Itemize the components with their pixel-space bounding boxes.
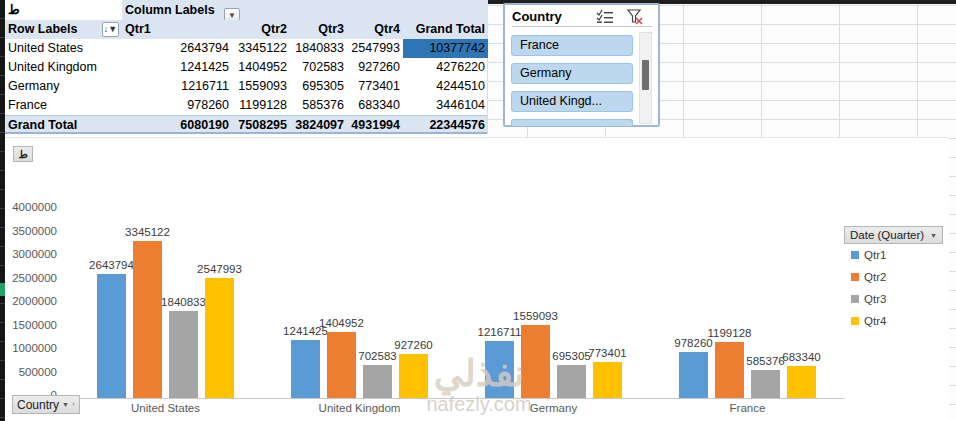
data-label: 2547993 (178, 262, 262, 276)
bar-qtr2-0 (133, 241, 162, 398)
x-category-label: France (651, 402, 845, 414)
value-cell[interactable]: 695305 (290, 77, 347, 96)
y-tick-label: 2000000 (5, 294, 57, 308)
slicer-scrollbar-thumb[interactable] (642, 60, 649, 90)
value-cell[interactable]: 1559093 (232, 77, 290, 96)
quarter-header-row: Qtr1Qtr2Qtr3Qtr4Grand Total (122, 20, 488, 39)
column-labels-dropdown-icon[interactable]: ▼ (224, 8, 240, 20)
value-cell[interactable]: 3345122 (232, 39, 290, 58)
row-label[interactable]: Germany (5, 77, 122, 96)
legend-label: Qtr2 (864, 271, 886, 283)
column-labels-cell[interactable]: Column Labels ▼ (122, 0, 488, 20)
value-cell[interactable]: 1840833 (290, 39, 347, 58)
bar-qtr2-3 (715, 342, 744, 398)
y-tick-label: 2500000 (5, 271, 57, 285)
slicer-header: Country (512, 8, 652, 27)
pivot-corner-cell[interactable]: ط (5, 0, 122, 20)
column-header-qtr1[interactable]: Qtr1 (122, 20, 232, 39)
value-cell[interactable]: 4276220 (403, 58, 488, 77)
y-tick-label: 1000000 (5, 341, 57, 355)
bar-qtr1-3 (679, 352, 708, 398)
x-axis-line (61, 398, 845, 399)
data-label: 683340 (760, 350, 844, 364)
filter-funnel-icon (72, 399, 75, 410)
slicer-item-partial[interactable] (511, 119, 633, 126)
legend-label: Qtr4 (864, 315, 886, 327)
value-cell[interactable]: 683340 (347, 96, 403, 115)
legend-item-qtr2: Qtr2 (851, 271, 886, 283)
table-row: France97826011991285853766833403446104 (5, 96, 487, 115)
value-cell[interactable]: 927260 (347, 58, 403, 77)
row-label[interactable]: France (5, 96, 122, 115)
slicer-scrollbar[interactable] (639, 32, 652, 124)
value-cell[interactable]: 1404952 (232, 58, 290, 77)
value-cell[interactable]: 702583 (290, 58, 347, 77)
table-row: United Kingdom12414251404952702583927260… (5, 58, 487, 77)
x-category-label: United States (69, 402, 263, 414)
data-label: 1404952 (300, 316, 384, 330)
legend-item-qtr4: Qtr4 (851, 315, 886, 327)
column-header-grand-total[interactable]: Grand Total (403, 20, 488, 39)
chevron-down-icon: ▼ (62, 401, 69, 408)
column-header-qtr4[interactable]: Qtr4 (347, 20, 403, 39)
legend-label: Qtr1 (864, 249, 886, 261)
value-field-button[interactable]: ط (13, 146, 33, 162)
data-label: 1559093 (494, 309, 578, 323)
value-cell[interactable]: 2643794 (122, 39, 232, 58)
pivot-table: ط Column Labels ▼ Row Labels ↓▼ Qtr1Qtr2… (5, 0, 488, 134)
value-cell[interactable]: 773401 (347, 77, 403, 96)
value-cell[interactable]: 3446104 (403, 96, 488, 115)
y-tick-label: 3500000 (5, 224, 57, 238)
grand-total-cell[interactable]: 4931994 (347, 116, 403, 132)
data-label: 773401 (566, 346, 650, 360)
grand-total-label[interactable]: Grand Total (5, 116, 122, 132)
value-cell[interactable]: 978260 (122, 96, 232, 115)
slicer-item-france[interactable]: France (511, 35, 633, 56)
legend-swatch-icon (851, 295, 859, 303)
grand-total-cell[interactable]: 3824097 (290, 116, 347, 132)
bar-qtr3-0 (169, 311, 198, 398)
value-cell[interactable]: 1216711 (122, 77, 232, 96)
pivot-table-body: United States264379433451221840833254799… (5, 39, 487, 115)
y-tick-label: 1500000 (5, 318, 57, 332)
value-cell[interactable]: 585376 (290, 96, 347, 115)
legend-swatch-icon (851, 273, 859, 281)
grand-total-cell[interactable]: 22344576 (403, 116, 488, 132)
legend-item-qtr3: Qtr3 (851, 293, 886, 305)
table-row: Germany121671115590936953057734014244510 (5, 77, 487, 96)
multi-select-icon[interactable] (596, 9, 614, 25)
slicer-item-germany[interactable]: Germany (511, 63, 633, 84)
bar-qtr4-2 (593, 362, 622, 398)
worksheet-grid-right[interactable] (949, 137, 956, 421)
legend-item-qtr1: Qtr1 (851, 249, 886, 261)
row-labels-cell[interactable]: Row Labels ↓▼ (5, 20, 122, 39)
value-cell[interactable]: 4244510 (403, 77, 488, 96)
row-label[interactable]: United States (5, 39, 122, 58)
data-label: 927260 (372, 338, 456, 352)
value-cell[interactable]: 2547993 (347, 39, 403, 58)
row-label[interactable]: United Kingdom (5, 58, 122, 77)
bar-qtr4-1 (399, 354, 428, 398)
grand-total-cell[interactable]: 6080190 (122, 116, 232, 132)
value-cell[interactable]: 1199128 (232, 96, 290, 115)
legend-swatch-icon (851, 317, 859, 325)
slicer-item-united-kingd-[interactable]: United Kingd... (511, 91, 633, 112)
x-category-label: United Kingdom (263, 402, 457, 414)
pivot-chart[interactable]: ط 40000003500000300000025000002000000150… (5, 137, 949, 421)
legend-field-button[interactable]: Date (Quarter) ▼ (844, 226, 943, 244)
axis-field-button[interactable]: Country ▼ (12, 395, 80, 414)
row-labels-sort-filter-icon[interactable]: ↓▼ (102, 22, 119, 37)
x-category-label: Germany (457, 402, 651, 414)
bar-qtr3-3 (751, 370, 780, 398)
clear-filter-icon[interactable] (626, 9, 644, 25)
bar-qtr3-1 (363, 365, 392, 398)
table-row: United States264379433451221840833254799… (5, 39, 487, 58)
column-header-qtr2[interactable]: Qtr2 (232, 20, 290, 39)
bar-qtr2-1 (327, 332, 356, 398)
value-cell[interactable]: 10377742 (403, 39, 488, 58)
value-cell[interactable]: 1241425 (122, 58, 232, 77)
column-header-qtr3[interactable]: Qtr3 (290, 20, 347, 39)
legend-label: Qtr3 (864, 293, 886, 305)
grand-total-cell[interactable]: 7508295 (232, 116, 290, 132)
bar-qtr4-3 (787, 366, 816, 398)
